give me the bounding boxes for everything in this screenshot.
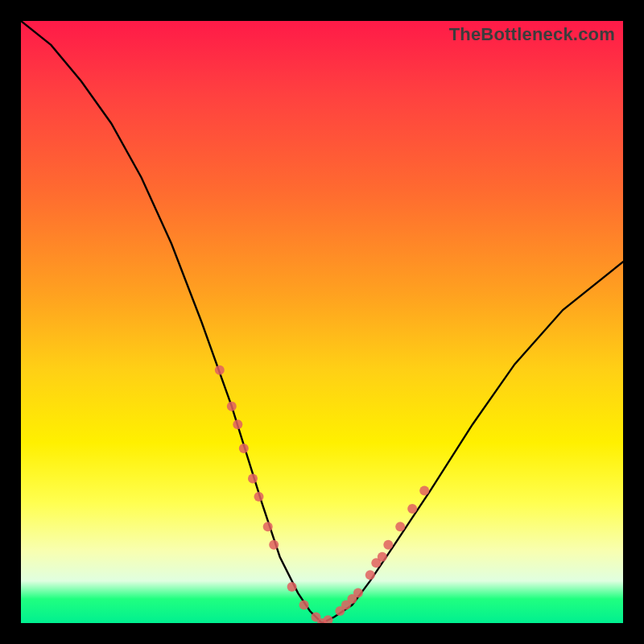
chart-frame: TheBottleneck.com [21, 21, 623, 623]
curve-marker [407, 504, 417, 514]
curve-marker [419, 485, 429, 495]
curve-marker [378, 552, 387, 562]
curve-marker [239, 444, 249, 453]
curve-marker [395, 522, 405, 531]
curve-markers [215, 365, 429, 623]
curve-marker [215, 365, 225, 375]
curve-marker [353, 588, 363, 598]
curve-marker [254, 492, 264, 502]
curve-marker [263, 522, 273, 531]
curve-marker [227, 402, 237, 411]
curve-marker [324, 615, 333, 623]
curve-marker [383, 540, 393, 550]
curve-marker [287, 582, 297, 592]
watermark-label: TheBottleneck.com [449, 24, 615, 45]
curve-marker [233, 419, 242, 429]
bottleneck-curve-line [21, 21, 623, 623]
curve-marker [269, 540, 279, 550]
bottleneck-chart [21, 21, 623, 623]
curve-marker [248, 474, 258, 484]
curve-marker [299, 601, 309, 610]
curve-marker [365, 570, 375, 580]
